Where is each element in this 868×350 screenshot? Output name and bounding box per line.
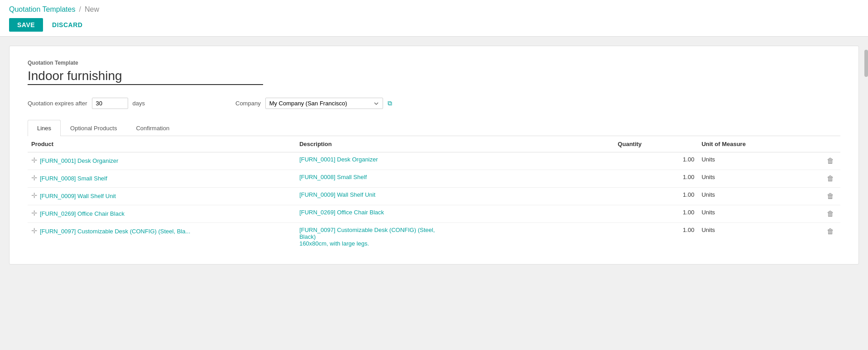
col-action (798, 136, 840, 152)
form-card: Quotation Template Quotation expires aft… (9, 46, 859, 265)
expires-input[interactable] (92, 98, 128, 109)
uom-cell: Units (698, 205, 798, 223)
product-cell: ✛[FURN_0008] Small Shelf (28, 170, 296, 188)
description-text: [FURN_0097] Customizable Desk (CONFIG) (… (299, 227, 435, 247)
description-text: [FURN_0009] Wall Shelf Unit (299, 191, 375, 198)
product-cell: ✛[FURN_0001] Desk Organizer (28, 152, 296, 170)
action-cell: 🗑 (798, 170, 840, 188)
drag-handle[interactable]: ✛ (31, 227, 37, 235)
quantity-cell: 1.00 (614, 170, 698, 188)
drag-handle[interactable]: ✛ (31, 209, 37, 217)
product-link[interactable]: [FURN_0009] Wall Shelf Unit (40, 193, 116, 199)
fields-row: Quotation expires after days Company My … (28, 98, 840, 109)
delete-button[interactable]: 🗑 (824, 191, 837, 201)
scrollbar-thumb[interactable] (864, 50, 868, 77)
tabs: Lines Optional Products Confirmation (28, 120, 840, 136)
product-cell: ✛[FURN_0269] Office Chair Black (28, 205, 296, 223)
product-link[interactable]: [FURN_0008] Small Shelf (40, 175, 107, 182)
breadcrumb-current: New (85, 5, 99, 14)
delete-button[interactable]: 🗑 (824, 209, 837, 219)
company-group: Company My Company (San Francisco) ⧉ (235, 98, 392, 109)
company-label: Company (235, 100, 261, 107)
product-cell: ✛[FURN_0009] Wall Shelf Unit (28, 188, 296, 205)
quantity-cell: 1.00 (614, 205, 698, 223)
col-uom: Unit of Measure (698, 136, 798, 152)
uom-cell: Units (698, 152, 798, 170)
tab-optional-products[interactable]: Optional Products (61, 120, 126, 136)
quantity-cell: 1.00 (614, 152, 698, 170)
toolbar: SAVE DISCARD (9, 18, 859, 36)
expires-group: Quotation expires after days (28, 98, 145, 109)
description-cell: [FURN_0001] Desk Organizer (296, 152, 614, 170)
template-name-input[interactable] (28, 68, 263, 85)
delete-button[interactable]: 🗑 (824, 156, 837, 166)
delete-button[interactable]: 🗑 (824, 227, 837, 236)
description-cell: [FURN_0008] Small Shelf (296, 170, 614, 188)
uom-cell: Units (698, 188, 798, 205)
action-cell: 🗑 (798, 188, 840, 205)
table-row: ✛[FURN_0269] Office Chair Black[FURN_026… (28, 205, 840, 223)
company-select[interactable]: My Company (San Francisco) (265, 98, 383, 109)
description-text: [FURN_0008] Small Shelf (299, 174, 367, 180)
breadcrumb-link[interactable]: Quotation Templates (9, 5, 75, 14)
description-cell: [FURN_0097] Customizable Desk (CONFIG) (… (296, 223, 614, 251)
product-table: Product Description Quantity Unit of Mea… (28, 136, 840, 251)
drag-handle[interactable]: ✛ (31, 192, 37, 199)
table-row: ✛[FURN_0009] Wall Shelf Unit[FURN_0009] … (28, 188, 840, 205)
table-row: ✛[FURN_0097] Customizable Desk (CONFIG) … (28, 223, 840, 251)
col-product: Product (28, 136, 296, 152)
action-cell: 🗑 (798, 152, 840, 170)
drag-handle[interactable]: ✛ (31, 156, 37, 164)
section-label: Quotation Template (28, 60, 840, 66)
discard-button[interactable]: DISCARD (48, 18, 87, 32)
quantity-cell: 1.00 (614, 188, 698, 205)
tab-confirmation[interactable]: Confirmation (126, 120, 179, 136)
breadcrumb: Quotation Templates / New (9, 5, 859, 14)
product-link[interactable]: [FURN_0269] Office Chair Black (40, 210, 125, 217)
tab-lines[interactable]: Lines (28, 120, 61, 136)
action-cell: 🗑 (798, 223, 840, 251)
breadcrumb-separator: / (79, 5, 81, 14)
external-link-icon[interactable]: ⧉ (388, 99, 392, 107)
expires-unit: days (133, 100, 145, 107)
description-cell: [FURN_0269] Office Chair Black (296, 205, 614, 223)
scrollbar-track[interactable] (864, 50, 868, 350)
save-button[interactable]: SAVE (9, 18, 43, 32)
col-description: Description (296, 136, 614, 152)
col-quantity: Quantity (614, 136, 698, 152)
description-cell: [FURN_0009] Wall Shelf Unit (296, 188, 614, 205)
drag-handle[interactable]: ✛ (31, 174, 37, 182)
action-cell: 🗑 (798, 205, 840, 223)
delete-button[interactable]: 🗑 (824, 174, 837, 184)
uom-cell: Units (698, 170, 798, 188)
table-row: ✛[FURN_0008] Small Shelf[FURN_0008] Smal… (28, 170, 840, 188)
description-text: [FURN_0001] Desk Organizer (299, 156, 378, 163)
product-link[interactable]: [FURN_0097] Customizable Desk (CONFIG) (… (40, 228, 190, 235)
table-row: ✛[FURN_0001] Desk Organizer[FURN_0001] D… (28, 152, 840, 170)
uom-cell: Units (698, 223, 798, 251)
quantity-cell: 1.00 (614, 223, 698, 251)
product-link[interactable]: [FURN_0001] Desk Organizer (40, 157, 118, 164)
expires-label: Quotation expires after (28, 100, 87, 107)
product-cell: ✛[FURN_0097] Customizable Desk (CONFIG) … (28, 223, 296, 251)
description-text: [FURN_0269] Office Chair Black (299, 209, 384, 216)
